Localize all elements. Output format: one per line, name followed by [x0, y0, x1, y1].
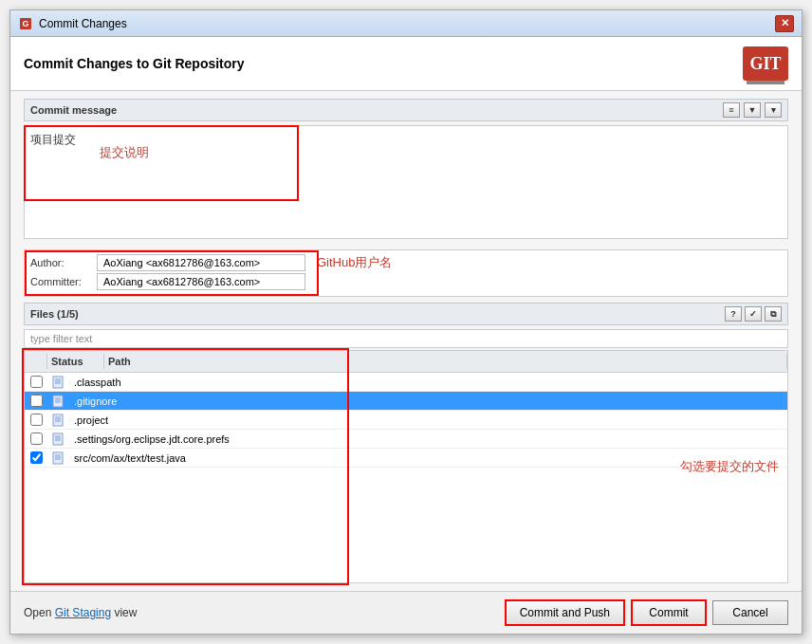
commit-button[interactable]: Commit — [631, 599, 707, 626]
commit-and-push-button[interactable]: Commit and Push — [505, 599, 625, 626]
dialog-title: Commit Changes — [39, 17, 775, 30]
dialog-footer: Open Git Staging view Commit and Push Co… — [10, 591, 802, 634]
files-expand-btn[interactable]: ⧉ — [765, 306, 782, 322]
file-icon-4 — [47, 432, 70, 446]
col-status: Status — [47, 354, 104, 369]
svg-rect-14 — [53, 433, 63, 445]
file-checkbox-5[interactable] — [25, 450, 47, 466]
files-check-btn[interactable]: ✓ — [745, 306, 762, 322]
col-check — [25, 354, 47, 369]
files-toolbar: ? ✓ ⧉ — [725, 306, 782, 322]
svg-text:G: G — [22, 19, 28, 28]
checkbox-classpath[interactable] — [30, 376, 43, 388]
col-path: Path — [104, 354, 787, 369]
table-row[interactable]: .gitignore — [25, 392, 787, 411]
file-checkbox-4[interactable] — [25, 431, 47, 447]
file-icon-2 — [47, 395, 70, 408]
file-filter-input[interactable] — [24, 329, 788, 348]
git-logo: GIT — [743, 46, 788, 81]
commit-message-input[interactable]: 项目提交 — [24, 125, 788, 239]
author-label: Author: — [30, 257, 97, 268]
table-row: src/com/ax/text/test.java — [25, 449, 787, 468]
author-input[interactable] — [97, 254, 305, 271]
checkbox-java[interactable] — [30, 451, 43, 464]
author-row: Author: GitHub用户名 — [30, 254, 782, 271]
cancel-button[interactable]: Cancel — [712, 600, 788, 625]
checkbox-gitignore[interactable] — [30, 395, 43, 407]
commit-message-toolbar: ≡ ▼ ▾ — [723, 102, 782, 118]
file-path-3: .project — [70, 413, 787, 428]
svg-rect-6 — [53, 396, 63, 407]
svg-rect-18 — [53, 452, 63, 464]
checkbox-project[interactable] — [30, 414, 43, 426]
table-row: .project — [25, 411, 787, 430]
commit-message-area: 项目提交 提交说明 — [24, 125, 788, 242]
dialog-body: Commit message ≡ ▼ ▾ 项目提交 提交说明 Author: G… — [10, 91, 802, 591]
file-path-4: .settings/org.eclipse.jdt.core.prefs — [70, 432, 787, 447]
files-table: Status Path .classpath — [24, 350, 788, 583]
file-checkbox-2[interactable] — [25, 393, 47, 409]
git-staging-link[interactable]: Git Staging — [55, 606, 111, 619]
files-table-header: Status Path — [25, 351, 787, 373]
file-path-1: .classpath — [70, 375, 787, 390]
dialog-header-title: Commit Changes to Git Repository — [24, 56, 245, 71]
meta-hint: GitHub用户名 — [317, 254, 392, 271]
files-section-label: Files (1/5) ? ✓ ⧉ — [24, 303, 788, 325]
file-icon-1 — [47, 376, 70, 389]
footer-right: Commit and Push Commit Cancel — [505, 599, 788, 626]
meta-fields: Author: GitHub用户名 Committer: — [24, 249, 788, 297]
toolbar-btn-1[interactable]: ≡ — [723, 102, 740, 118]
toolbar-btn-3[interactable]: ▾ — [765, 102, 782, 118]
committer-label: Committer: — [30, 276, 97, 287]
file-checkbox-1[interactable] — [25, 374, 47, 390]
toolbar-btn-2[interactable]: ▼ — [744, 102, 761, 118]
svg-rect-10 — [53, 414, 63, 426]
file-icon-5 — [47, 451, 70, 465]
commit-message-section-label: Commit message ≡ ▼ ▾ — [24, 99, 788, 121]
checkbox-settings[interactable] — [30, 432, 43, 445]
title-bar: G Commit Changes ✕ — [10, 10, 802, 37]
committer-row: Committer: — [30, 273, 782, 290]
file-path-2: .gitignore — [70, 394, 787, 409]
commit-changes-dialog: G Commit Changes ✕ Commit Changes to Git… — [9, 9, 803, 635]
commit-message-hint: 提交说明 — [100, 144, 149, 161]
committer-input[interactable] — [97, 273, 305, 290]
table-row: .settings/org.eclipse.jdt.core.prefs — [25, 430, 787, 449]
files-hint: 勾选要提交的文件 — [680, 458, 779, 475]
footer-left: Open Git Staging view — [24, 606, 137, 619]
close-button[interactable]: ✕ — [775, 15, 794, 32]
file-icon-3 — [47, 414, 70, 427]
files-section: Files (1/5) ? ✓ ⧉ Status Path — [24, 303, 788, 583]
dialog-icon: G — [18, 16, 33, 31]
svg-rect-2 — [53, 377, 63, 388]
table-row: .classpath — [25, 373, 787, 392]
file-checkbox-3[interactable] — [25, 412, 47, 428]
dialog-header: Commit Changes to Git Repository GIT — [10, 37, 802, 91]
files-help-btn[interactable]: ? — [725, 306, 742, 322]
